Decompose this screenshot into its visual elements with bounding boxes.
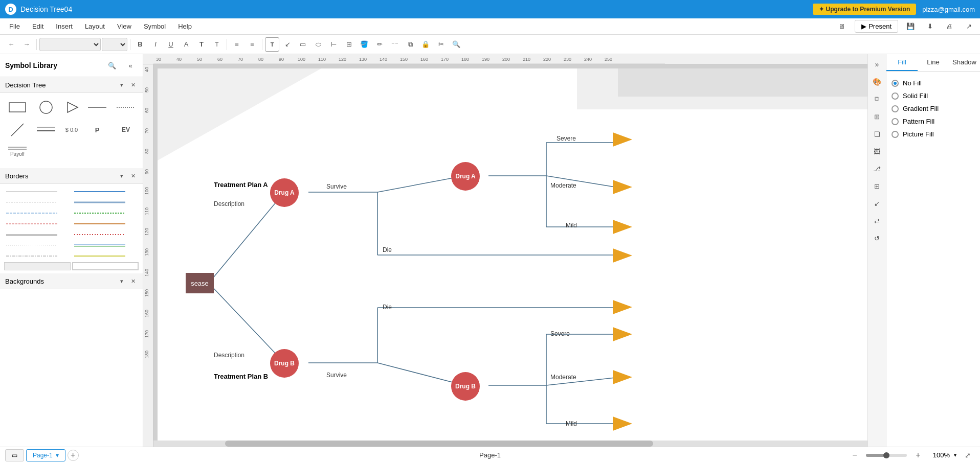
drug-b-node-1[interactable]: Drug B	[270, 349, 299, 378]
panel-expand-button[interactable]: »	[870, 57, 884, 72]
canvas[interactable]: sease Treatment Plan A Description Drug …	[158, 68, 867, 447]
text-button[interactable]: T	[194, 37, 209, 52]
triangle-7[interactable]	[613, 370, 633, 387]
save-button[interactable]: 💾	[903, 19, 918, 34]
rect-button[interactable]: ▭	[296, 37, 310, 52]
backgrounds-expand-icon[interactable]: ▾	[117, 276, 126, 286]
border-style-10[interactable]	[72, 230, 139, 239]
zoom-slider-track[interactable]	[866, 454, 907, 457]
section-close-icon[interactable]: ✕	[128, 80, 138, 89]
panel-shuffle-icon[interactable]: ⇄	[870, 214, 884, 228]
pen-button[interactable]: ✏	[372, 37, 387, 52]
download-button[interactable]: ⬇	[923, 19, 937, 34]
triangle-2[interactable]	[613, 180, 633, 197]
borders-close-icon[interactable]: ✕	[128, 171, 138, 180]
border-style-14[interactable]	[72, 251, 139, 261]
disease-node[interactable]: sease	[186, 273, 214, 293]
symbol-dollar[interactable]: $ 0.0	[62, 121, 81, 139]
symbol-p[interactable]: P	[85, 121, 109, 139]
canvas-area[interactable]: sease Treatment Plan A Description Drug …	[153, 64, 867, 447]
text-style-button[interactable]: T	[210, 37, 224, 52]
panel-chart-icon[interactable]: ⊞	[870, 179, 884, 193]
panel-connector-icon[interactable]: ↙	[870, 196, 884, 211]
horizontal-scrollbar[interactable]	[153, 441, 867, 447]
backgrounds-section-header[interactable]: Backgrounds ▾ ✕	[0, 273, 143, 289]
menu-view[interactable]: View	[112, 20, 137, 32]
sidebar-collapse-button[interactable]: «	[123, 58, 138, 73]
border-style-5[interactable]	[4, 209, 71, 218]
border-style-8[interactable]	[72, 219, 139, 228]
borders-section-header[interactable]: Borders ▾ ✕	[0, 168, 143, 184]
symbol-line2[interactable]	[114, 98, 138, 117]
zoom-slider-thumb[interactable]	[883, 452, 889, 458]
symbol-diagonal[interactable]	[5, 121, 30, 139]
border-style-6[interactable]	[72, 209, 139, 218]
triangle-5[interactable]	[613, 300, 633, 317]
page-icon-button[interactable]: ▭	[5, 449, 24, 461]
symbol-ev[interactable]: EV	[114, 121, 138, 139]
triangle-6[interactable]	[613, 327, 633, 344]
panel-fill-icon[interactable]: 🎨	[870, 75, 884, 89]
border-style-13[interactable]	[4, 251, 71, 261]
menu-help[interactable]: Help	[173, 20, 197, 32]
border-style-4[interactable]	[72, 198, 139, 207]
undo-button[interactable]: ←	[4, 37, 18, 52]
font-size-select[interactable]	[102, 38, 127, 51]
panel-crop-icon[interactable]: ⧉	[870, 92, 884, 106]
share-button[interactable]: ↗	[962, 19, 976, 34]
symbol-line1[interactable]	[85, 98, 109, 117]
cut-button[interactable]: ✂	[434, 37, 448, 52]
oval-button[interactable]: ⬭	[311, 37, 325, 52]
print-button[interactable]: 🖨	[942, 19, 956, 34]
border-style-11[interactable]	[4, 241, 71, 250]
menu-layout[interactable]: Layout	[80, 20, 110, 32]
find-button[interactable]: 🔍	[449, 37, 463, 52]
menu-edit[interactable]: Edit	[27, 20, 49, 32]
scrollbar-thumb[interactable]	[225, 441, 654, 447]
page-tab-1[interactable]: Page-1 ▾	[26, 449, 65, 461]
backgrounds-close-icon[interactable]: ✕	[128, 276, 138, 286]
menu-file[interactable]: File	[4, 20, 25, 32]
drug-a-node-2[interactable]: Drug A	[451, 162, 480, 191]
fullscreen-button[interactable]: ⤢	[961, 448, 975, 462]
line-connect-button[interactable]: ⊢	[326, 37, 341, 52]
panel-grid-icon[interactable]: ⊞	[870, 109, 884, 124]
zoom-minus-button[interactable]: −	[848, 448, 862, 462]
sidebar-search-button[interactable]: 🔍	[105, 58, 119, 73]
triangle-8[interactable]	[613, 416, 633, 433]
italic-button[interactable]: I	[148, 37, 163, 52]
zoom-plus-button[interactable]: +	[911, 448, 925, 462]
section-expand-icon[interactable]: ▾	[117, 80, 126, 89]
no-fill-option[interactable]: No Fill	[892, 77, 975, 89]
tab-shadow[interactable]: Shadow	[949, 54, 980, 71]
border-style-16[interactable]	[72, 262, 139, 270]
present-button[interactable]: ▶ Present	[855, 20, 898, 33]
upgrade-button[interactable]: ✦ Upgrade to Premium Version	[813, 4, 916, 15]
solid-fill-option[interactable]: Solid Fill	[892, 89, 975, 102]
triangle-4[interactable]	[613, 248, 633, 265]
pattern-fill-option[interactable]: Pattern Fill	[892, 115, 975, 128]
font-family-select[interactable]	[39, 38, 101, 51]
tab-fill[interactable]: Fill	[886, 54, 918, 71]
border-style-3[interactable]	[4, 198, 71, 207]
triangle-3[interactable]	[613, 220, 633, 237]
lock-button[interactable]: 🔒	[418, 37, 433, 52]
add-page-button[interactable]: +	[68, 450, 79, 461]
text-box-button[interactable]: T	[265, 37, 279, 52]
tab-line[interactable]: Line	[918, 54, 949, 71]
redo-button[interactable]: →	[19, 37, 34, 52]
align-left-button[interactable]: ≡	[230, 37, 244, 52]
drug-b-node-2[interactable]: Drug B	[451, 372, 480, 401]
panel-image-icon[interactable]: 🖼	[870, 144, 884, 158]
crop-button[interactable]: ⧉	[403, 37, 417, 52]
menu-symbol[interactable]: Symbol	[139, 20, 171, 32]
border-style-1[interactable]	[4, 187, 71, 196]
screen-icon[interactable]: 🖥	[833, 19, 850, 34]
symbol-payoff[interactable]: Payoff	[5, 143, 30, 159]
menu-insert[interactable]: Insert	[51, 20, 78, 32]
connector-button[interactable]: ↙	[280, 37, 295, 52]
symbol-circle[interactable]	[34, 98, 58, 117]
border-style-9[interactable]	[4, 230, 71, 239]
symbol-lines2[interactable]	[34, 121, 58, 139]
panel-layers-icon[interactable]: ❏	[870, 127, 884, 141]
